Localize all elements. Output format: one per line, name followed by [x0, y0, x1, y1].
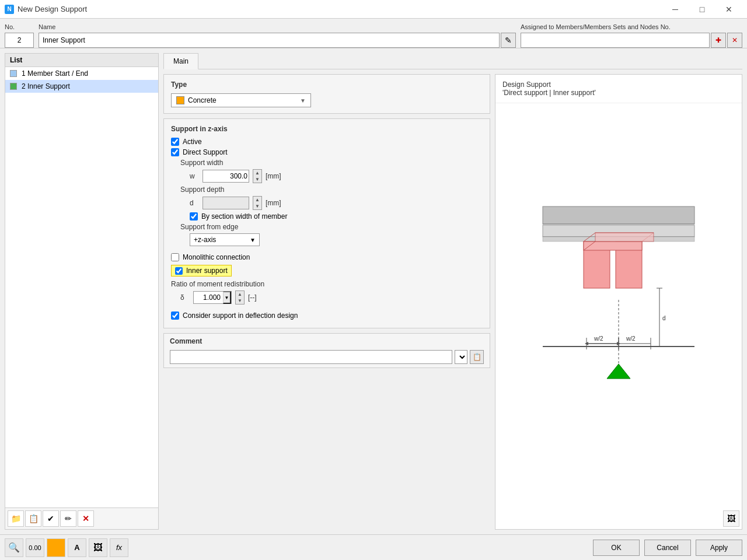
image-tool-button[interactable]: 🖼: [89, 538, 107, 557]
support-from-row: +z-axis ▼: [190, 233, 483, 246]
support-width-spinners: ▲ ▼: [253, 169, 262, 183]
diagram-info-subtitle: 'Direct support | Inner support': [502, 89, 735, 97]
header-name-section: Name ✎: [39, 23, 516, 48]
support-width-label: Support width: [180, 159, 483, 167]
assigned-select-button[interactable]: ✚: [711, 33, 726, 48]
support-width-up-button[interactable]: ▲: [253, 170, 261, 176]
window-controls: ─ □ ✕: [662, 0, 742, 19]
list-copy-button[interactable]: 📋: [25, 510, 41, 527]
formula-tool-button[interactable]: fx: [110, 538, 128, 557]
type-section-title: Type: [171, 80, 483, 89]
comment-label: Comment: [170, 337, 484, 345]
list-item[interactable]: 1 Member Start / End: [5, 67, 158, 80]
main-dialog: No. 2 Name ✎ Assigned to Members/Members…: [0, 19, 747, 560]
content-main: Type Concrete ▼ Support in z-axis: [163, 69, 742, 530]
maximize-button[interactable]: □: [689, 0, 715, 19]
list-delete-button[interactable]: ✕: [78, 510, 94, 527]
support-depth-down-button[interactable]: ▼: [253, 203, 261, 209]
support-diagram: w/2 w/2 d: [531, 195, 706, 416]
list-header: List: [5, 54, 158, 67]
no-label: No.: [5, 23, 34, 32]
support-width-down-button[interactable]: ▼: [253, 176, 261, 183]
app-icon: N: [5, 5, 14, 14]
support-depth-row: d ▲ ▼ [mm]: [190, 196, 483, 210]
active-label: Active: [183, 138, 202, 146]
support-zaxis-title: Support in z-axis: [171, 125, 483, 133]
tab-bar: Main: [163, 53, 742, 69]
list-item[interactable]: 2 Inner Support: [5, 80, 158, 93]
type-dropdown[interactable]: Concrete ▼: [171, 93, 311, 107]
moment-redistribution-unit: [--]: [248, 293, 257, 302]
list-toolbar: 📁 📋 ✔ ✏ ✕: [5, 508, 158, 529]
moment-redistribution-var: δ: [180, 293, 190, 302]
color-tool-button[interactable]: [47, 538, 65, 557]
moment-up-button[interactable]: ▲: [236, 291, 244, 298]
active-checkbox[interactable]: [171, 138, 179, 146]
support-depth-unit: [mm]: [266, 199, 281, 207]
support-from-dropdown[interactable]: +z-axis ▼: [190, 233, 260, 246]
monolithic-row: Monolithic connection: [171, 253, 483, 261]
list-item-label: 2 Inner Support: [22, 82, 70, 90]
text-tool-button[interactable]: A: [68, 538, 86, 557]
diagram-footer: 🖼: [495, 508, 742, 529]
comment-section: Comment 📋: [163, 333, 490, 368]
content-panel: Main Type Concrete ▼: [163, 53, 742, 530]
svg-marker-15: [607, 364, 630, 379]
support-width-row: w ▲ ▼ [mm]: [190, 169, 483, 183]
svg-text:w/2: w/2: [594, 335, 603, 342]
title-bar: N New Design Support ─ □ ✕: [0, 0, 747, 19]
comment-input[interactable]: [170, 350, 452, 364]
moment-down-button[interactable]: ▼: [236, 298, 244, 304]
comment-browse-button[interactable]: 📋: [470, 350, 484, 364]
consider-support-checkbox[interactable]: [171, 312, 179, 320]
svg-text:w/2: w/2: [626, 335, 636, 342]
moment-spinners: ▲ ▼: [235, 290, 245, 304]
cancel-button[interactable]: Cancel: [644, 540, 691, 556]
support-depth-up-button[interactable]: ▲: [253, 197, 261, 203]
list-item-color: [10, 83, 17, 90]
type-color-indicator: [176, 96, 184, 104]
support-from-edge-label-text: Support from edge: [180, 223, 483, 231]
direct-support-label: Direct Support: [183, 148, 228, 156]
assigned-input[interactable]: [521, 33, 710, 48]
name-input[interactable]: [39, 33, 500, 48]
support-from-arrow-icon: ▼: [250, 237, 256, 243]
by-section-width-label: By section width of member: [201, 212, 287, 220]
moment-redistribution-row: δ 1.000 ▼ ▲ ▼ [--]: [180, 290, 483, 304]
ok-button[interactable]: OK: [593, 540, 640, 556]
monolithic-checkbox[interactable]: [171, 253, 179, 261]
inner-support-checkbox[interactable]: [175, 267, 183, 275]
list-edit-button[interactable]: ✏: [60, 510, 76, 527]
type-selected-value: Concrete: [188, 96, 296, 104]
minimize-button[interactable]: ─: [662, 0, 689, 19]
comment-dropdown[interactable]: [455, 350, 467, 364]
by-section-width-checkbox[interactable]: [190, 212, 198, 220]
assigned-label: Assigned to Members/Members Sets and Nod…: [521, 23, 742, 32]
name-edit-button[interactable]: ✎: [501, 33, 516, 48]
diagram-panel: Design Support 'Direct support | Inner s…: [495, 74, 742, 530]
direct-support-checkbox[interactable]: [171, 148, 179, 156]
assigned-clear-button[interactable]: ✕: [727, 33, 742, 48]
diagram-export-button[interactable]: 🖼: [723, 510, 739, 527]
tab-main[interactable]: Main: [163, 53, 198, 69]
moment-dropdown-button[interactable]: ▼: [223, 291, 231, 304]
search-tool-button[interactable]: 🔍: [5, 538, 23, 557]
header-no-section: No. 2: [5, 23, 34, 48]
apply-button[interactable]: Apply: [696, 540, 742, 556]
numeric-tool-button[interactable]: 0.00: [26, 538, 44, 557]
support-depth-var: d: [190, 199, 199, 207]
svg-rect-7: [584, 242, 642, 250]
support-from-selected: +z-axis: [194, 236, 250, 244]
diagram-info-title: Design Support: [502, 80, 735, 89]
by-section-width-row: By section width of member: [190, 212, 483, 220]
list-add-button[interactable]: 📁: [8, 510, 24, 527]
list-check-button[interactable]: ✔: [43, 510, 59, 527]
header-assigned-section: Assigned to Members/Members Sets and Nod…: [521, 23, 742, 48]
close-button[interactable]: ✕: [715, 0, 742, 19]
svg-rect-0: [543, 206, 694, 224]
form-area: Type Concrete ▼ Support in z-axis: [163, 74, 490, 530]
support-width-input[interactable]: [203, 170, 249, 183]
support-depth-input[interactable]: [203, 197, 249, 209]
list-items: 1 Member Start / End 2 Inner Support: [5, 67, 158, 508]
monolithic-label: Monolithic connection: [183, 253, 250, 261]
